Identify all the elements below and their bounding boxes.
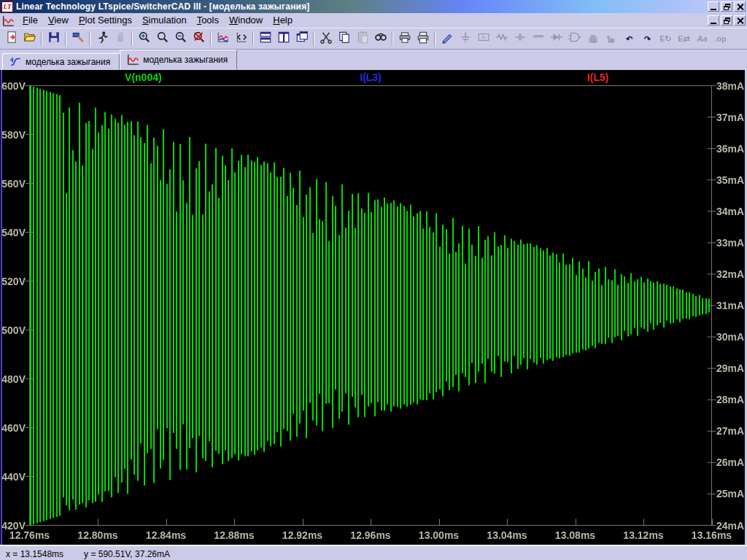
menu-plot-settings[interactable]: Plot Settings <box>74 14 137 27</box>
legend-trace-il3[interactable]: I(L3) <box>360 71 382 83</box>
menu-simulation[interactable]: Simulation <box>137 14 192 27</box>
tab-label: моделька зажыгания <box>26 57 110 67</box>
menu-file[interactable]: File <box>18 14 43 27</box>
text-button[interactable]: Aa <box>693 30 711 47</box>
tile-vertical-button[interactable] <box>274 30 293 47</box>
move-button[interactable] <box>584 30 602 47</box>
ground-button[interactable] <box>456 30 474 47</box>
wire-button[interactable] <box>438 30 456 47</box>
component-button[interactable] <box>565 30 584 47</box>
menu-window[interactable]: Window <box>224 14 268 27</box>
rotate-icon: E↻ <box>659 34 672 44</box>
restore-icon <box>724 18 730 24</box>
control-panel-icon <box>71 31 85 47</box>
find-icon <box>374 31 387 47</box>
redo-icon: ↷ <box>644 34 651 44</box>
autorange-y-axis-button[interactable] <box>214 30 232 47</box>
mirror-button[interactable]: E⇄ <box>675 30 693 47</box>
tile-vertical-icon <box>277 31 290 47</box>
tab-1[interactable]: моделька зажыгания <box>2 53 120 70</box>
print-button[interactable] <box>414 30 432 47</box>
y-left-tick-label: 520V <box>0 276 26 287</box>
tab-bar: моделька зажыганиямоделька зажыгания <box>0 50 747 70</box>
spice-directive-button[interactable]: .op <box>711 30 729 47</box>
zoom-back-icon <box>156 31 169 47</box>
menu-view[interactable]: View <box>43 14 74 27</box>
run-icon <box>96 31 109 47</box>
diode-button[interactable] <box>547 30 565 47</box>
legend-trace-il5[interactable]: I(L5) <box>587 71 609 83</box>
halt-button[interactable] <box>111 30 129 47</box>
zoom-full-extents-icon <box>193 31 206 47</box>
new-schematic-button[interactable] <box>2 30 20 47</box>
print-preview-icon <box>398 31 411 47</box>
x-tick-label: 12.84ms <box>140 529 193 541</box>
autorange-y-axis-icon <box>217 31 230 47</box>
minimize-button[interactable] <box>708 15 719 26</box>
zoom-back-button[interactable] <box>153 30 171 47</box>
inductor-button[interactable] <box>529 30 547 47</box>
y-right-tick-label: 25mA <box>716 488 744 499</box>
y-right-tick-label: 33mA <box>716 237 744 249</box>
app-logo-icon: LT <box>1 1 13 12</box>
redo-button[interactable]: ↷ <box>638 30 657 47</box>
ground-icon <box>459 31 472 47</box>
text-icon: Aa <box>697 34 707 43</box>
y-right-tick-label: 36mA <box>716 143 744 155</box>
rotate-button[interactable]: E↻ <box>657 30 675 47</box>
menu-help[interactable]: Help <box>268 14 298 27</box>
label-net-button[interactable]: A <box>474 30 492 47</box>
restore-icon <box>724 4 730 10</box>
minimize-button[interactable] <box>708 1 719 12</box>
wire-icon <box>441 31 454 47</box>
restore-button[interactable] <box>721 15 732 26</box>
drag-button[interactable] <box>602 30 620 47</box>
paste-button[interactable] <box>353 30 371 47</box>
y-right-tick-label: 30mA <box>716 331 744 343</box>
toolbar-separator <box>65 31 66 46</box>
tab-label: моделька зажыгания <box>143 55 228 65</box>
resistor-button[interactable] <box>492 30 511 47</box>
spice-directive-icon: .op <box>714 34 727 43</box>
capacitor-button[interactable] <box>511 30 529 47</box>
save-button[interactable] <box>44 30 63 47</box>
x-tick-label: 13.08ms <box>549 529 602 541</box>
open-button[interactable] <box>20 30 39 47</box>
close-button[interactable] <box>734 15 746 26</box>
tile-horizontal-button[interactable] <box>256 30 274 47</box>
run-button[interactable] <box>93 30 111 47</box>
control-panel-button[interactable] <box>69 30 87 47</box>
menu-tools[interactable]: Tools <box>192 14 224 27</box>
close-button[interactable] <box>734 1 746 12</box>
resistor-icon <box>495 31 508 47</box>
titlebar-window-buttons <box>708 1 746 12</box>
zoom-full-extents-button[interactable] <box>190 30 208 47</box>
y-left-tick-label: 460V <box>0 422 26 434</box>
undo-button[interactable]: ↶ <box>620 30 638 47</box>
copy-button[interactable] <box>335 30 353 47</box>
cut-button[interactable] <box>317 30 335 47</box>
y-right-tick-label: 38mA <box>716 80 744 92</box>
diode-icon <box>550 31 563 47</box>
zoom-in-icon <box>138 31 151 47</box>
y-left-tick-label: 600V <box>0 80 26 92</box>
zoom-out-button[interactable] <box>171 30 190 47</box>
x-tick-label: 12.96ms <box>344 529 397 541</box>
toolbar: A↶↷E↻E⇄Aa.op <box>0 28 747 50</box>
tab-2-active[interactable]: моделька зажыгания <box>120 50 237 70</box>
paste-icon <box>356 31 369 47</box>
close-icon <box>737 18 743 24</box>
manual-axis-limits-button[interactable] <box>232 30 250 47</box>
label-net-icon: A <box>477 31 490 47</box>
cascade-icon <box>295 31 309 47</box>
halt-icon <box>114 31 127 47</box>
zoom-in-button[interactable] <box>135 30 153 47</box>
print-preview-button[interactable] <box>395 30 414 47</box>
toolbar-separator <box>41 31 42 46</box>
legend-trace-vn004[interactable]: V(n004) <box>125 71 162 83</box>
find-button[interactable] <box>371 30 390 47</box>
cascade-button[interactable] <box>293 30 311 47</box>
restore-button[interactable] <box>721 1 732 12</box>
waveform-canvas[interactable] <box>0 70 747 545</box>
waveform-icon <box>126 53 139 66</box>
